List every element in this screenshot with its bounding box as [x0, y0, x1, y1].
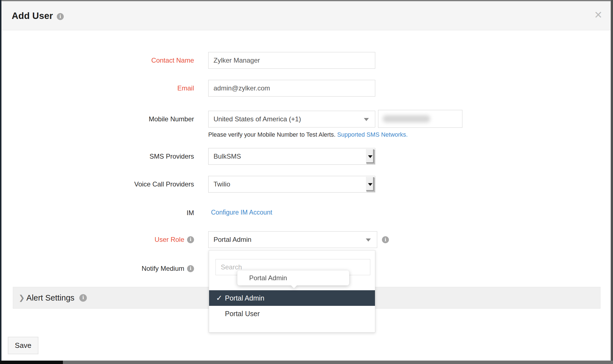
tooltip-caret: [291, 285, 297, 288]
supported-sms-networks-link[interactable]: Supported SMS Networks.: [337, 131, 408, 138]
voice-call-providers-select[interactable]: Twilio: [208, 176, 375, 193]
close-icon[interactable]: ✕: [594, 10, 602, 20]
contact-name-input[interactable]: [208, 52, 375, 69]
configure-im-account-link[interactable]: Configure IM Account: [211, 209, 272, 216]
sms-providers-select[interactable]: BulkSMS: [208, 148, 375, 165]
voice-call-providers-value: Twilio: [214, 180, 230, 188]
selected-value-tooltip: Portal Admin: [237, 270, 349, 286]
user-role-label: User Role i: [47, 235, 194, 244]
user-role-select[interactable]: Portal Admin: [208, 231, 377, 248]
mobile-helper-text: Please verify your Mobile Number to Test…: [208, 131, 408, 138]
select-arrow-icon: [366, 149, 374, 164]
user-role-secondary-info-icon[interactable]: i: [382, 236, 389, 243]
im-label: IM: [47, 209, 194, 217]
chevron-down-icon: [364, 118, 369, 121]
alert-settings-info-icon[interactable]: i: [79, 294, 87, 302]
user-role-dropdown-panel: ✓ Portal Admin ✓ Portal User: [209, 250, 375, 333]
contact-name-label: Contact Name: [47, 56, 194, 65]
mobile-number-input[interactable]: [378, 110, 462, 128]
redacted-phone-number: [383, 115, 430, 122]
page-title: Add User: [12, 11, 53, 21]
email-field[interactable]: [208, 80, 375, 97]
voice-call-providers-label: Voice Call Providers: [47, 180, 194, 188]
select-arrow-icon: [366, 177, 374, 191]
alert-settings-label: Alert Settings: [26, 293, 74, 302]
country-code-value: United States of America (+1): [214, 115, 301, 123]
email-label: Email: [47, 84, 194, 92]
add-user-info-icon[interactable]: i: [57, 13, 64, 20]
chevron-down-icon: [366, 238, 371, 242]
sms-providers-label: SMS Providers: [47, 152, 194, 161]
save-button[interactable]: Save: [8, 337, 38, 354]
check-icon: ✓: [216, 294, 225, 302]
notify-medium-label: Notify Medium i: [47, 264, 194, 273]
dropdown-option-portal-admin[interactable]: ✓ Portal Admin: [209, 290, 375, 306]
notify-medium-info-icon[interactable]: i: [187, 265, 194, 272]
page-background: Add User i ✕ Contact Name Email Mobile N…: [0, 0, 613, 364]
user-role-info-icon[interactable]: i: [187, 236, 194, 243]
sms-providers-value: BulkSMS: [214, 153, 241, 160]
user-role-value: Portal Admin: [214, 236, 251, 244]
country-code-select[interactable]: United States of America (+1): [208, 111, 375, 127]
mobile-number-label: Mobile Number: [47, 115, 194, 123]
dropdown-option-portal-user[interactable]: ✓ Portal User: [209, 306, 375, 321]
chevron-right-icon: ❯: [19, 294, 25, 302]
